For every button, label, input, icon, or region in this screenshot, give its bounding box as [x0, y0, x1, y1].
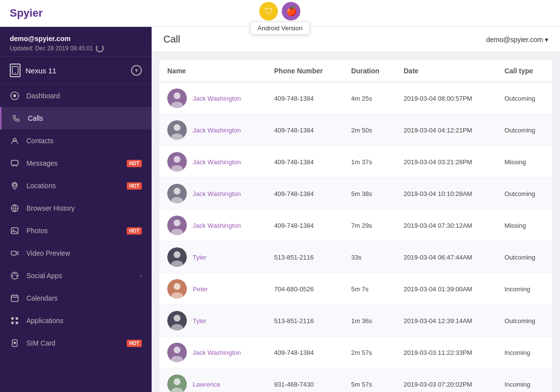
- sidebar: demo@spyier.com Updated: Dec 28 2019 09:…: [0, 27, 152, 392]
- svg-point-23: [174, 92, 180, 99]
- sidebar-item-photos[interactable]: PhotosHOT: [0, 219, 152, 242]
- svg-point-29: [174, 156, 180, 163]
- cell-phone: 704-680-0526: [267, 273, 344, 305]
- svg-point-38: [174, 251, 180, 258]
- svg-point-6: [13, 183, 16, 186]
- android-icon[interactable]: 🛡: [260, 2, 278, 21]
- cell-date: 2019-03-04 03:21:28PM: [396, 146, 496, 178]
- svg-rect-16: [11, 317, 14, 320]
- svg-point-1: [15, 72, 16, 73]
- svg-point-35: [174, 219, 180, 226]
- device-icon: [10, 64, 21, 77]
- header-user-email[interactable]: demo@spyier.com ▾: [486, 36, 548, 44]
- refresh-icon[interactable]: [96, 44, 104, 52]
- hot-badge: HOT: [127, 182, 142, 190]
- cell-duration: 1m 36s: [343, 305, 396, 337]
- sidebar-item-video-preview[interactable]: Video Preview: [0, 242, 152, 264]
- call-table: NamePhone NumberDurationDateCall type Ja…: [159, 60, 552, 392]
- contact-name[interactable]: Tyler: [193, 317, 206, 325]
- svg-point-41: [174, 283, 180, 290]
- svg-point-47: [174, 347, 180, 353]
- cell-phone: 409-748-1384: [267, 337, 344, 369]
- cell-call-type: Missing: [496, 146, 552, 178]
- sidebar-item-social-apps[interactable]: Social Apps›: [0, 264, 152, 287]
- page-title: Call: [163, 34, 180, 45]
- hot-badge: HOT: [127, 340, 142, 347]
- avatar: [167, 152, 187, 172]
- cell-duration: 4m 25s: [343, 82, 396, 114]
- table-header: NamePhone NumberDurationDateCall type: [159, 60, 552, 82]
- sidebar-item-applications[interactable]: Applications: [0, 309, 152, 332]
- contact-name[interactable]: Jack Washington: [193, 222, 241, 229]
- svg-point-12: [12, 275, 14, 277]
- svg-rect-17: [16, 317, 18, 320]
- version-selector: 🛡 🍎 Android Version: [250, 0, 310, 35]
- contact-name[interactable]: Jack Washington: [193, 190, 241, 197]
- sidebar-item-dashboard[interactable]: Dashboard: [0, 85, 152, 107]
- video-icon: [10, 248, 20, 258]
- cell-phone: 409-748-1384: [267, 114, 344, 146]
- cell-phone: 409-748-1384: [267, 82, 344, 114]
- avatar: [167, 88, 187, 108]
- sidebar-updated: Updated: Dec 28 2019 09:45:01: [10, 44, 142, 52]
- sidebar-item-calls[interactable]: Calls: [0, 107, 152, 130]
- device-dropdown[interactable]: ▾: [131, 65, 142, 76]
- grid-icon: [10, 91, 20, 101]
- contact-icon: [10, 136, 20, 146]
- sidebar-item-contacts[interactable]: Contacts: [0, 130, 152, 152]
- sidebar-item-label-contacts: Contacts: [26, 137, 142, 145]
- col-header-phone-number: Phone Number: [267, 60, 344, 82]
- cell-date: 2019-03-04 10:10:28AM: [396, 178, 496, 210]
- sidebar-item-browser-history[interactable]: Browser History: [0, 197, 152, 219]
- cell-duration: 33s: [343, 241, 396, 273]
- sidebar-item-label-photos: Photos: [26, 227, 118, 235]
- cell-date: 2019-03-04 04:12:21PM: [396, 114, 496, 146]
- cell-phone: 409-748-1384: [267, 178, 344, 210]
- sidebar-item-label-sim-card: SIM Card: [26, 339, 118, 347]
- apple-icon[interactable]: 🍎: [282, 2, 301, 21]
- svg-point-26: [174, 124, 180, 131]
- message-icon: [10, 158, 20, 168]
- topbar: Spyier 🛡 🍎 Android Version: [0, 0, 560, 27]
- phone-icon: [11, 113, 21, 123]
- avatar: [167, 216, 187, 235]
- sidebar-item-label-messages: Messages: [26, 159, 118, 167]
- cell-date: 2019-03-03 07:20:02PM: [396, 369, 496, 392]
- table-row: Tyler513-851-21161m 36s2019-03-04 12:39:…: [159, 305, 552, 337]
- contact-name[interactable]: Tyler: [193, 254, 206, 261]
- nav-container: DashboardCallsContactsMessagesHOTLocatio…: [0, 85, 152, 354]
- contact-name[interactable]: Jack Washington: [193, 127, 241, 134]
- name-cell: Jack Washington: [159, 146, 267, 178]
- contact-name[interactable]: Lawrence: [193, 381, 220, 388]
- table-row: Jack Washington409-748-13845m 38s2019-03…: [159, 178, 552, 210]
- device-label: Nexus 11: [25, 66, 56, 75]
- table-row: Jack Washington409-748-13842m 57s2019-03…: [159, 337, 552, 369]
- sidebar-item-locations[interactable]: LocationsHOT: [0, 174, 152, 197]
- table-container: NamePhone NumberDurationDateCall type Ja…: [152, 52, 560, 392]
- col-header-name: Name: [159, 60, 267, 82]
- sidebar-user: demo@spyier.com Updated: Dec 28 2019 09:…: [0, 27, 152, 57]
- avatar: [167, 311, 187, 330]
- svg-rect-5: [11, 160, 18, 165]
- avatar: [167, 374, 187, 392]
- sidebar-item-label-calendars: Calendars: [26, 294, 142, 302]
- cell-duration: 2m 57s: [343, 337, 396, 369]
- cell-call-type: Outcoming: [496, 82, 552, 114]
- cell-date: 2019-03-04 01:39:00AM: [396, 273, 496, 305]
- location-icon: [10, 181, 20, 191]
- contact-name[interactable]: Jack Washington: [193, 158, 241, 166]
- sidebar-item-calendars[interactable]: Calendars: [0, 287, 152, 309]
- cell-call-type: Incoming: [496, 273, 552, 305]
- contact-name[interactable]: Jack Washington: [193, 95, 241, 102]
- contact-name[interactable]: Jack Washington: [193, 349, 241, 356]
- name-cell: Jack Washington: [159, 337, 267, 369]
- table-row: Tyler513-851-211633s2019-03-04 06:47:44A…: [159, 241, 552, 273]
- cell-date: 2019-03-04 07:30:12AM: [396, 210, 496, 241]
- contact-name[interactable]: Peter: [193, 285, 208, 293]
- version-tooltip: Android Version: [250, 22, 310, 35]
- sidebar-item-sim-card[interactable]: SIM CardHOT: [0, 332, 152, 354]
- name-cell: Jack Washington: [159, 114, 267, 146]
- sidebar-item-messages[interactable]: MessagesHOT: [0, 152, 152, 174]
- avatar: [167, 343, 187, 362]
- cell-duration: 1m 37s: [343, 146, 396, 178]
